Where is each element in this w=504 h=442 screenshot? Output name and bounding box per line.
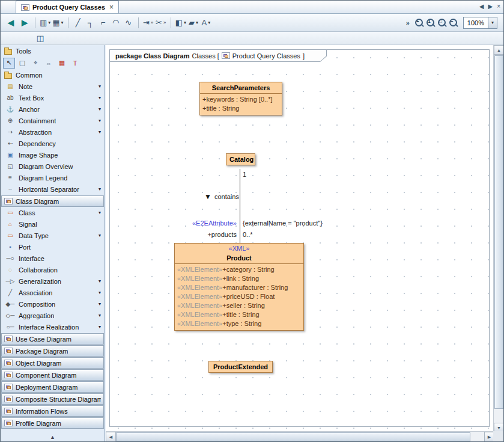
section-composite-structure-diagram[interactable]: Composite Structure Diagram [1,393,104,405]
attribute[interactable]: «XMLElement»+link : String [177,274,302,283]
zoom-level-select[interactable]: 100% ▾ [463,17,497,29]
rectilinear-path-icon[interactable]: ┐ [85,17,97,29]
close-tab-icon[interactable]: × [109,4,114,11]
association-name-label[interactable]: ▼contains [204,193,239,200]
attribute[interactable]: «XMLElement»+title : String [177,310,302,319]
palette-item-data-type[interactable]: ▭ Data Type ▾ [1,230,105,241]
palette-item-containment[interactable]: ⊕ Containment ▾ [1,115,105,126]
palette-item-generalization[interactable]: ─▷ Generalization ▾ [1,275,105,287]
select-in-area-tool[interactable]: ▢ [16,58,28,69]
chevron-down-icon[interactable]: ▾ [99,210,103,215]
class-product-extended[interactable]: ProductExtended [208,361,273,373]
association-stereotype-label[interactable]: «E2EAttribute» [177,219,237,227]
pointer-tool[interactable]: ↖ [3,58,15,69]
vertical-scrollbar[interactable]: ▲ ▼ [493,45,503,432]
palette-item-dependency[interactable]: ⇠ Dependency [1,138,105,149]
forward-button[interactable]: ▶ [18,17,31,29]
tab-product-query-classes[interactable]: Product Query Classes × [16,1,119,13]
zoom-out-icon[interactable]: − [448,17,459,28]
palette-item-port[interactable]: ▪ Port [1,241,105,253]
association-constraint-label[interactable]: {externalName = "product"} [243,219,323,227]
sticky-mode-tool[interactable]: ⌖ [29,58,41,69]
bezier-path-icon[interactable]: ◠ [110,17,122,29]
attribute[interactable]: +keywords : String [0..*] [202,95,280,104]
section-class-diagram[interactable]: Class Diagram [1,195,104,207]
scroll-tabs-right-icon[interactable]: ▶ [488,3,493,10]
chevron-down-icon[interactable]: ▾ [208,20,210,25]
palette-item-text-box[interactable]: ab Text Box ▾ [1,92,105,103]
align-shapes-tool[interactable]: ⇔ [43,58,55,69]
chevron-down-icon[interactable]: ▾ [99,301,103,307]
section-deployment-diagram[interactable]: Deployment Diagram [1,381,104,393]
section-profile-diagram[interactable]: Profile Diagram [1,417,104,429]
palette-item-signal[interactable]: ⌂ Signal [1,218,105,230]
chevron-down-icon[interactable]: ▾ [99,95,103,100]
section-object-diagram[interactable]: Object Diagram [1,357,104,369]
chevron-down-icon[interactable]: ▾ [196,20,198,25]
vertical-scroll-thumb[interactable] [494,55,503,409]
back-button[interactable]: ◀ [4,17,17,29]
fill-color-icon[interactable]: ◧▾ [175,17,187,29]
association-role-label[interactable]: +products [177,231,237,238]
chevron-more-icon[interactable]: » [151,20,153,25]
rounded-path-icon[interactable]: ⌐ [97,17,109,29]
attribute[interactable]: «XMLElement»+manufacturer : String [177,283,302,292]
chevron-down-icon[interactable]: ▾ [99,118,103,123]
palette-item-anchor[interactable]: ⚓ Anchor ▾ [1,103,105,115]
scroll-up-icon[interactable]: ▲ [494,45,504,55]
palette-item-composition[interactable]: ◆─ Composition ▾ [1,298,105,310]
chevron-down-icon[interactable]: ▾ [48,20,50,25]
diagram-canvas[interactable]: package Class Diagram Classes [ Product … [106,45,494,432]
horizontal-scrollbar[interactable]: ◀ ▶ [106,431,494,441]
containment-browser-icon[interactable]: ◫ [34,32,46,45]
chevron-down-icon[interactable]: ▾ [184,20,186,25]
chevron-down-icon[interactable]: ▾ [99,324,103,330]
class-catalog[interactable]: Catalog [226,153,255,165]
palette-item-diagram-legend[interactable]: ≡ Diagram Legend [1,172,105,183]
grid-tool[interactable]: ▦ [56,58,68,69]
class-search-parameters[interactable]: SearchParameters +keywords : String [0..… [199,82,282,115]
show-related-icon[interactable]: ⇥» [142,17,154,29]
palette-item-interface[interactable]: ─○ Interface [1,253,105,264]
chevron-down-icon[interactable]: ▾ [99,84,103,89]
line-color-icon[interactable]: ▰▾ [187,17,199,29]
class-product[interactable]: «XML» Product «XMLElement»+category : St… [174,243,304,331]
palette-item-diagram-overview[interactable]: ◱ Diagram Overview [1,161,105,172]
chevron-down-icon[interactable]: ▾ [99,129,103,135]
oblique-path-icon[interactable]: ╱ [72,17,84,29]
palette-item-class[interactable]: ▭ Class ▾ [1,207,105,218]
palette-item-association[interactable]: ╱ Association ▾ [1,287,105,298]
attribute[interactable]: «XMLElement»+type : String [177,319,302,328]
chevron-down-icon[interactable]: ▾ [61,20,64,25]
swimlane-icon[interactable]: ▥▾ [39,17,51,29]
palette-group-common[interactable]: Common [1,69,105,81]
spline-path-icon[interactable]: ∿ [123,17,135,29]
chevron-down-icon[interactable]: ▾ [99,186,103,192]
palette-item-interface-realization[interactable]: ○─ Interface Realization ▾ [1,321,105,333]
table-shape-icon[interactable]: ▦▾ [52,17,64,29]
chevron-down-icon[interactable]: ▾ [488,17,497,28]
font-color-icon[interactable]: A▾ [200,17,212,29]
palette-item-aggregation[interactable]: ◇─ Aggregation ▾ [1,310,105,321]
chevron-down-icon[interactable]: ▾ [99,278,103,284]
text-tool[interactable]: T [69,58,81,69]
attribute[interactable]: +title : String [202,104,280,113]
chevron-more-icon[interactable]: » [163,20,166,25]
attribute[interactable]: «XMLElement»+priceUSD : Float [177,292,302,301]
chevron-down-icon[interactable]: ▾ [99,290,103,295]
section-package-diagram[interactable]: Package Diagram [1,345,104,357]
scroll-tabs-left-icon[interactable]: ◀ [479,3,484,10]
section-component-diagram[interactable]: Component Diagram [1,369,104,381]
palette-item-abstraction[interactable]: ⇢ Abstraction ▾ [1,126,105,138]
multiplicity-target-label[interactable]: 0..* [243,231,253,238]
attribute[interactable]: «XMLElement»+seller : String [177,301,302,310]
zoom-in-icon[interactable]: + [414,17,425,28]
palette-item-horizontal-separator[interactable]: ┄ Horizontal Separator ▾ [1,183,105,195]
multiplicity-source-label[interactable]: 1 [243,171,246,178]
palette-group-tools[interactable]: Tools [1,45,105,57]
palette-item-image-shape[interactable]: ▣ Image Shape [1,149,105,161]
palette-item-collaboration[interactable]: ◌ Collaboration [1,264,105,275]
chevron-down-icon[interactable]: ▾ [99,106,103,112]
scroll-left-icon[interactable]: ◀ [106,432,116,442]
palette-item-note[interactable]: ▤ Note ▾ [1,81,105,92]
